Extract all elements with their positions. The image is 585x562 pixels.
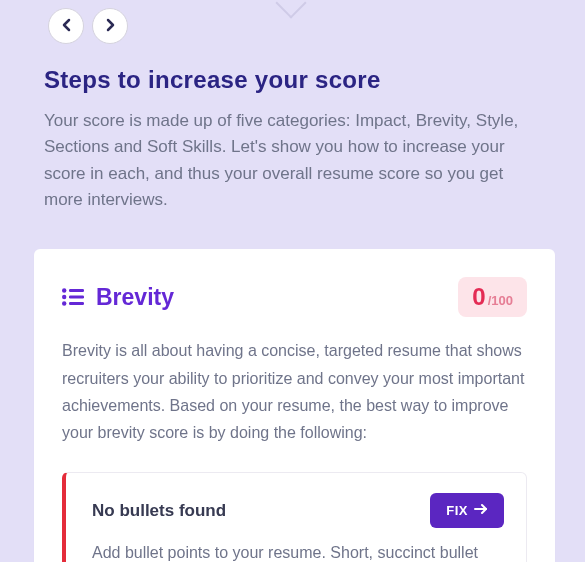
issue-title: No bullets found	[92, 501, 226, 521]
score-max: /100	[488, 293, 513, 308]
svg-point-4	[62, 302, 66, 306]
svg-rect-5	[69, 302, 84, 305]
next-button[interactable]	[92, 8, 128, 44]
card-description: Brevity is all about having a concise, t…	[62, 337, 527, 446]
issue-item: No bullets found FIX Add bullet points t…	[62, 472, 527, 562]
chevron-right-icon	[106, 18, 115, 35]
card-title: Brevity	[96, 284, 174, 311]
issue-description: Add bullet points to your resume. Short,…	[92, 540, 504, 562]
fix-button[interactable]: FIX	[430, 493, 504, 528]
svg-point-2	[62, 295, 66, 299]
fix-button-label: FIX	[446, 503, 468, 518]
svg-point-0	[62, 289, 66, 293]
score-badge: 0 /100	[458, 277, 527, 317]
card-header: Brevity 0 /100	[62, 277, 527, 317]
prev-button[interactable]	[48, 8, 84, 44]
section-description: Your score is made up of five categories…	[44, 108, 541, 213]
svg-rect-1	[69, 289, 84, 292]
card-title-wrap: Brevity	[62, 284, 174, 311]
brevity-card: Brevity 0 /100 Brevity is all about havi…	[34, 249, 555, 562]
issue-header: No bullets found FIX	[92, 493, 504, 528]
list-icon	[62, 288, 84, 306]
chevron-left-icon	[62, 18, 71, 35]
svg-rect-3	[69, 296, 84, 299]
section-title: Steps to increase your score	[44, 66, 541, 94]
score-value: 0	[472, 285, 485, 309]
arrow-right-icon	[474, 503, 488, 518]
intro-section: Steps to increase your score Your score …	[0, 44, 585, 225]
